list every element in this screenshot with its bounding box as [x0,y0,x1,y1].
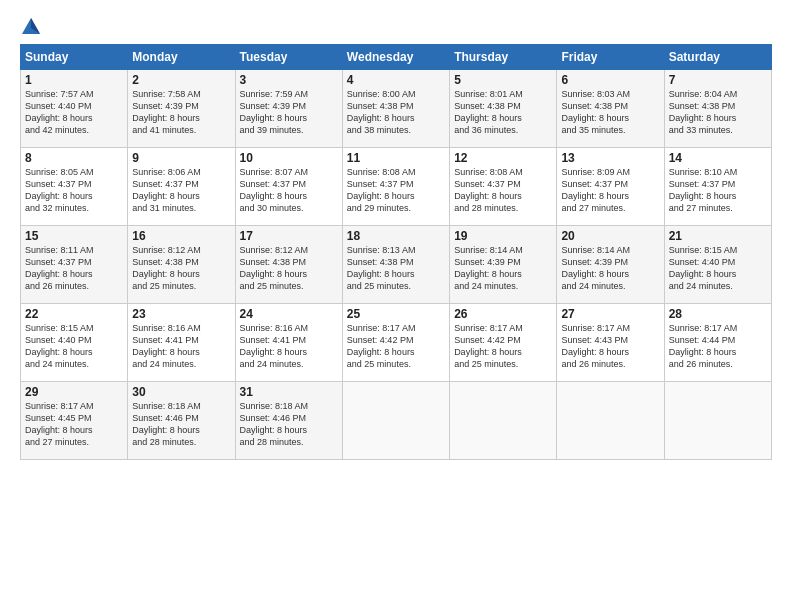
day-number: 13 [561,151,659,165]
calendar-cell: 12Sunrise: 8:08 AM Sunset: 4:37 PM Dayli… [450,148,557,226]
day-info: Sunrise: 8:06 AM Sunset: 4:37 PM Dayligh… [132,166,230,215]
day-number: 14 [669,151,767,165]
day-info: Sunrise: 8:13 AM Sunset: 4:38 PM Dayligh… [347,244,445,293]
day-number: 6 [561,73,659,87]
calendar-cell: 10Sunrise: 8:07 AM Sunset: 4:37 PM Dayli… [235,148,342,226]
weekday-header-saturday: Saturday [664,45,771,70]
day-info: Sunrise: 8:17 AM Sunset: 4:45 PM Dayligh… [25,400,123,449]
day-info: Sunrise: 8:18 AM Sunset: 4:46 PM Dayligh… [132,400,230,449]
calendar-cell: 7Sunrise: 8:04 AM Sunset: 4:38 PM Daylig… [664,70,771,148]
calendar-cell: 11Sunrise: 8:08 AM Sunset: 4:37 PM Dayli… [342,148,449,226]
calendar-cell: 5Sunrise: 8:01 AM Sunset: 4:38 PM Daylig… [450,70,557,148]
weekday-header-friday: Friday [557,45,664,70]
calendar-cell: 1Sunrise: 7:57 AM Sunset: 4:40 PM Daylig… [21,70,128,148]
day-info: Sunrise: 8:18 AM Sunset: 4:46 PM Dayligh… [240,400,338,449]
day-number: 26 [454,307,552,321]
day-number: 11 [347,151,445,165]
calendar-cell: 2Sunrise: 7:58 AM Sunset: 4:39 PM Daylig… [128,70,235,148]
calendar-cell [557,382,664,460]
calendar-cell: 14Sunrise: 8:10 AM Sunset: 4:37 PM Dayli… [664,148,771,226]
day-number: 31 [240,385,338,399]
day-info: Sunrise: 8:17 AM Sunset: 4:42 PM Dayligh… [454,322,552,371]
day-number: 28 [669,307,767,321]
day-number: 22 [25,307,123,321]
weekday-header-thursday: Thursday [450,45,557,70]
day-info: Sunrise: 8:17 AM Sunset: 4:44 PM Dayligh… [669,322,767,371]
day-info: Sunrise: 8:08 AM Sunset: 4:37 PM Dayligh… [454,166,552,215]
weekday-header-wednesday: Wednesday [342,45,449,70]
calendar-cell: 31Sunrise: 8:18 AM Sunset: 4:46 PM Dayli… [235,382,342,460]
calendar-cell: 30Sunrise: 8:18 AM Sunset: 4:46 PM Dayli… [128,382,235,460]
day-number: 12 [454,151,552,165]
calendar-cell: 22Sunrise: 8:15 AM Sunset: 4:40 PM Dayli… [21,304,128,382]
calendar-cell: 4Sunrise: 8:00 AM Sunset: 4:38 PM Daylig… [342,70,449,148]
day-number: 27 [561,307,659,321]
calendar-page: SundayMondayTuesdayWednesdayThursdayFrid… [0,0,792,612]
day-number: 10 [240,151,338,165]
calendar-week-row: 8Sunrise: 8:05 AM Sunset: 4:37 PM Daylig… [21,148,772,226]
calendar-cell: 19Sunrise: 8:14 AM Sunset: 4:39 PM Dayli… [450,226,557,304]
day-number: 30 [132,385,230,399]
calendar-cell: 13Sunrise: 8:09 AM Sunset: 4:37 PM Dayli… [557,148,664,226]
day-info: Sunrise: 8:14 AM Sunset: 4:39 PM Dayligh… [454,244,552,293]
day-number: 17 [240,229,338,243]
day-number: 23 [132,307,230,321]
day-info: Sunrise: 8:01 AM Sunset: 4:38 PM Dayligh… [454,88,552,137]
day-info: Sunrise: 8:14 AM Sunset: 4:39 PM Dayligh… [561,244,659,293]
calendar-week-row: 29Sunrise: 8:17 AM Sunset: 4:45 PM Dayli… [21,382,772,460]
calendar-week-row: 1Sunrise: 7:57 AM Sunset: 4:40 PM Daylig… [21,70,772,148]
weekday-header-row: SundayMondayTuesdayWednesdayThursdayFrid… [21,45,772,70]
day-info: Sunrise: 8:16 AM Sunset: 4:41 PM Dayligh… [240,322,338,371]
calendar-cell: 29Sunrise: 8:17 AM Sunset: 4:45 PM Dayli… [21,382,128,460]
day-number: 5 [454,73,552,87]
day-number: 21 [669,229,767,243]
day-number: 20 [561,229,659,243]
weekday-header-tuesday: Tuesday [235,45,342,70]
day-info: Sunrise: 8:17 AM Sunset: 4:43 PM Dayligh… [561,322,659,371]
day-number: 19 [454,229,552,243]
day-info: Sunrise: 8:07 AM Sunset: 4:37 PM Dayligh… [240,166,338,215]
day-number: 3 [240,73,338,87]
day-number: 18 [347,229,445,243]
header [20,16,772,38]
day-info: Sunrise: 8:04 AM Sunset: 4:38 PM Dayligh… [669,88,767,137]
calendar-cell: 9Sunrise: 8:06 AM Sunset: 4:37 PM Daylig… [128,148,235,226]
day-info: Sunrise: 7:57 AM Sunset: 4:40 PM Dayligh… [25,88,123,137]
calendar-cell: 25Sunrise: 8:17 AM Sunset: 4:42 PM Dayli… [342,304,449,382]
calendar-table: SundayMondayTuesdayWednesdayThursdayFrid… [20,44,772,460]
day-info: Sunrise: 8:08 AM Sunset: 4:37 PM Dayligh… [347,166,445,215]
calendar-cell: 15Sunrise: 8:11 AM Sunset: 4:37 PM Dayli… [21,226,128,304]
calendar-cell: 3Sunrise: 7:59 AM Sunset: 4:39 PM Daylig… [235,70,342,148]
day-info: Sunrise: 8:10 AM Sunset: 4:37 PM Dayligh… [669,166,767,215]
calendar-cell: 17Sunrise: 8:12 AM Sunset: 4:38 PM Dayli… [235,226,342,304]
calendar-cell: 21Sunrise: 8:15 AM Sunset: 4:40 PM Dayli… [664,226,771,304]
day-number: 8 [25,151,123,165]
logo [20,16,46,38]
day-number: 29 [25,385,123,399]
calendar-cell: 26Sunrise: 8:17 AM Sunset: 4:42 PM Dayli… [450,304,557,382]
day-number: 1 [25,73,123,87]
day-number: 25 [347,307,445,321]
weekday-header-monday: Monday [128,45,235,70]
day-info: Sunrise: 8:12 AM Sunset: 4:38 PM Dayligh… [132,244,230,293]
calendar-cell: 20Sunrise: 8:14 AM Sunset: 4:39 PM Dayli… [557,226,664,304]
calendar-cell: 6Sunrise: 8:03 AM Sunset: 4:38 PM Daylig… [557,70,664,148]
calendar-cell: 16Sunrise: 8:12 AM Sunset: 4:38 PM Dayli… [128,226,235,304]
calendar-cell [342,382,449,460]
calendar-cell: 28Sunrise: 8:17 AM Sunset: 4:44 PM Dayli… [664,304,771,382]
logo-icon [20,16,42,38]
day-number: 15 [25,229,123,243]
day-info: Sunrise: 7:59 AM Sunset: 4:39 PM Dayligh… [240,88,338,137]
calendar-cell: 23Sunrise: 8:16 AM Sunset: 4:41 PM Dayli… [128,304,235,382]
day-number: 9 [132,151,230,165]
day-info: Sunrise: 8:15 AM Sunset: 4:40 PM Dayligh… [25,322,123,371]
calendar-cell: 27Sunrise: 8:17 AM Sunset: 4:43 PM Dayli… [557,304,664,382]
day-info: Sunrise: 8:15 AM Sunset: 4:40 PM Dayligh… [669,244,767,293]
day-info: Sunrise: 8:17 AM Sunset: 4:42 PM Dayligh… [347,322,445,371]
day-info: Sunrise: 8:00 AM Sunset: 4:38 PM Dayligh… [347,88,445,137]
day-info: Sunrise: 8:11 AM Sunset: 4:37 PM Dayligh… [25,244,123,293]
day-number: 24 [240,307,338,321]
weekday-header-sunday: Sunday [21,45,128,70]
day-number: 2 [132,73,230,87]
day-info: Sunrise: 8:05 AM Sunset: 4:37 PM Dayligh… [25,166,123,215]
